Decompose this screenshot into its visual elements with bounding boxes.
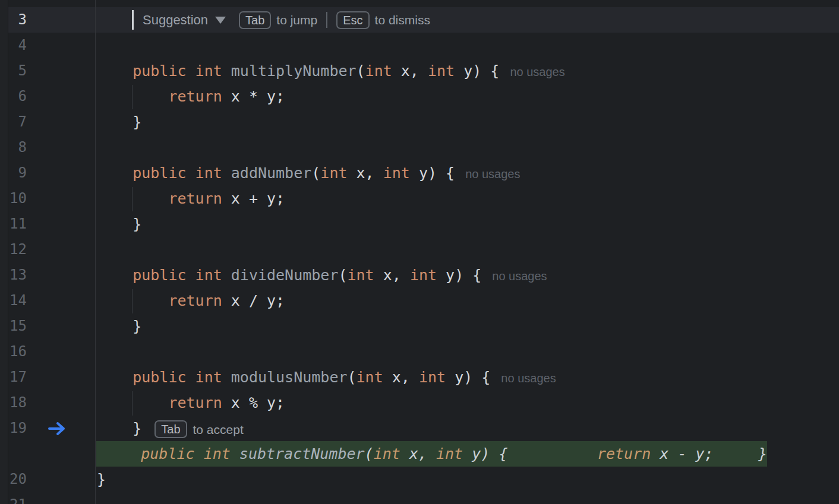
code-row: 13 public int divideNumber(int x, int y)…: [0, 262, 839, 288]
no-usages-inlay[interactable]: no usages: [465, 167, 520, 180]
code-token: int: [195, 369, 222, 386]
code-line[interactable]: public int divideNumber(int x, int y) {n…: [97, 262, 547, 288]
code-token: [222, 164, 231, 182]
code-token: return: [168, 190, 222, 207]
code-row: 5 public int multiplyNumber(int x, int y…: [0, 58, 839, 84]
no-usages-inlay[interactable]: no usages: [510, 65, 564, 78]
code-token: [97, 190, 168, 207]
code-token: public: [133, 267, 186, 284]
code-token: [97, 292, 168, 309]
tab-jump-label: to jump: [276, 13, 317, 27]
code-row: 20}: [0, 467, 839, 492]
code-token: }: [97, 471, 106, 488]
code-token: int: [357, 369, 383, 386]
suggestion-toolbar: Suggestion Tab to jump Esc to dismiss: [132, 7, 430, 33]
code-line[interactable]: return x % y;: [97, 390, 285, 416]
code-row: 19 }Tabto accept: [0, 416, 839, 441]
code-token: x,: [400, 445, 436, 462]
code-token: x % y;: [222, 394, 285, 411]
code-token: y) {: [463, 445, 507, 462]
esc-dismiss-label: to dismiss: [375, 13, 430, 27]
code-line[interactable]: return x / y;: [97, 288, 285, 313]
code-token: [222, 62, 231, 80]
code-token: addNumber: [231, 164, 311, 182]
code-row: 7 }: [0, 109, 839, 135]
esc-key-badge: Esc: [336, 11, 369, 29]
suggestion-row: public int subtractNumber(int x, int y) …: [0, 441, 839, 467]
code-token: [96, 445, 141, 462]
code-row: 12: [0, 237, 839, 262]
code-line[interactable]: public int modulusNumber(int x, int y) {…: [97, 364, 556, 390]
no-usages-inlay[interactable]: no usages: [492, 270, 547, 283]
code-token: int: [204, 445, 231, 462]
code-token: int: [195, 164, 222, 182]
code-line[interactable]: }: [97, 313, 141, 339]
code-line[interactable]: }: [97, 211, 141, 237]
code-token: x * y;: [222, 88, 285, 105]
code-token: int: [195, 62, 222, 80]
code-token: [97, 267, 133, 284]
code-line[interactable]: }Tabto accept: [97, 416, 244, 441]
code-token: int: [383, 164, 410, 182]
code-token: int: [320, 164, 347, 182]
tab-key-badge: Tab: [154, 420, 187, 438]
code-token: divideNumber: [231, 267, 339, 284]
code-token: x,: [392, 62, 428, 80]
code-row: 8: [0, 135, 839, 160]
code-token: public: [133, 164, 186, 182]
code-line[interactable]: return x + y;: [97, 186, 285, 211]
code-token: [195, 445, 204, 462]
code-token: int: [374, 445, 400, 462]
code-token: [507, 445, 597, 462]
code-token: }: [97, 420, 141, 437]
code-token: [231, 445, 239, 462]
code-token: }: [97, 215, 141, 233]
code-token: [187, 164, 195, 182]
accept-label: to accept: [193, 423, 244, 436]
code-row: 21: [0, 492, 839, 504]
ghost-suggestion-code[interactable]: public int subtractNumber(int x, int y) …: [96, 441, 767, 467]
code-token: [97, 62, 133, 80]
code-token: [97, 88, 168, 105]
code-token: (: [357, 62, 365, 80]
code-token: [97, 164, 133, 182]
chevron-down-icon[interactable]: [215, 17, 226, 24]
code-token: modulusNumber: [231, 369, 348, 386]
code-row: 11 }: [0, 211, 839, 237]
accept-hint: Tabto accept: [154, 420, 243, 437]
code-token: int: [348, 267, 374, 284]
code-token: x - y;: [651, 445, 713, 462]
code-line[interactable]: return x * y;: [97, 84, 285, 109]
code-token: y) {: [455, 62, 499, 80]
code-token: return: [168, 292, 222, 309]
code-token: public: [141, 445, 194, 462]
code-row: 17 public int modulusNumber(int x, int y…: [0, 364, 839, 390]
code-token: [222, 369, 231, 386]
panel-edge: [0, 0, 8, 504]
code-token: x,: [374, 267, 410, 284]
code-token: }: [714, 445, 767, 462]
code-token: [187, 369, 195, 386]
code-token: multiplyNumber: [231, 62, 357, 80]
code-token: x,: [383, 369, 419, 386]
toolbar-divider: [326, 12, 327, 28]
code-row: 14 return x / y;: [0, 288, 839, 313]
code-token: x,: [348, 164, 383, 182]
code-token: (: [365, 445, 374, 462]
suggestion-dropdown[interactable]: Suggestion: [143, 12, 208, 28]
code-line[interactable]: }: [97, 467, 106, 492]
code-token: (: [311, 164, 320, 182]
code-token: [187, 62, 195, 80]
no-usages-inlay[interactable]: no usages: [501, 372, 556, 385]
code-row: 9 public int addNumber(int x, int y) {no…: [0, 160, 839, 186]
code-line[interactable]: public int multiplyNumber(int x, int y) …: [97, 58, 565, 84]
code-row: 16: [0, 339, 839, 364]
code-line[interactable]: public int addNumber(int x, int y) {no u…: [97, 160, 520, 186]
jump-arrow-icon[interactable]: [48, 421, 67, 436]
text-caret: [132, 10, 134, 30]
code-token: int: [365, 62, 392, 80]
code-token: int: [428, 62, 455, 80]
code-token: int: [410, 267, 437, 284]
code-token: return: [168, 88, 222, 105]
code-line[interactable]: }: [97, 109, 141, 135]
